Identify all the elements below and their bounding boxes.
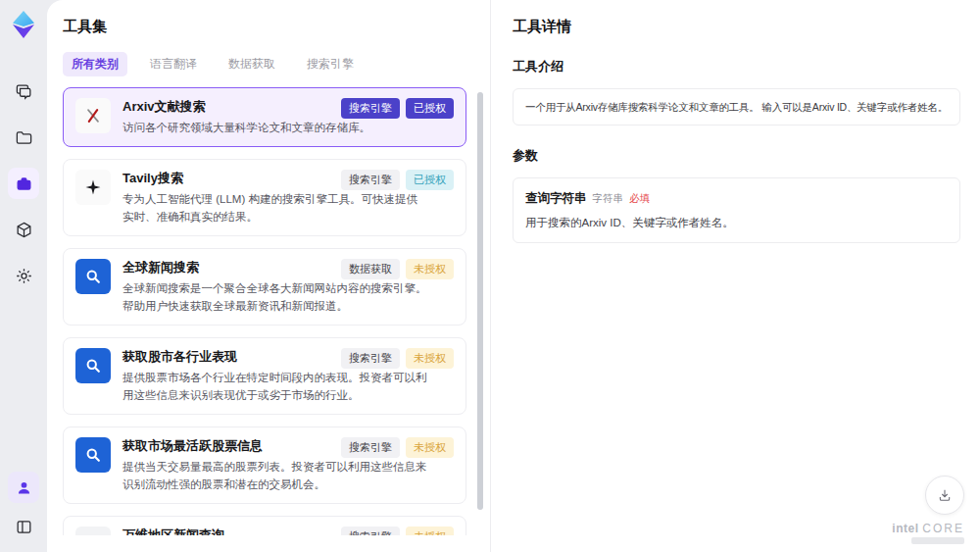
param-card: 查询字符串 字符串 必填 用于搜索的Arxiv ID、关键字或作者姓名。 <box>513 177 960 243</box>
tool-description: 全球新闻搜索是一个聚合全球各大新闻网站内容的搜索引擎。帮助用户快速获取全球最新资… <box>122 279 428 315</box>
tool-description: 提供股票市场各个行业在特定时间段内的表现。投资者可以利用这些信息来识别表现优于或… <box>122 369 428 404</box>
param-description: 用于搜索的Arxiv ID、关键字或作者姓名。 <box>525 216 948 230</box>
details-panel: 工具详情 工具介绍 一个用于从Arxiv存储库搜索科学论文和文章的工具。 输入可… <box>490 0 980 552</box>
tool-title: 获取市场最活跃股票信息 <box>122 437 331 454</box>
intro-card: 一个用于从Arxiv存储库搜索科学论文和文章的工具。 输入可以是Arxiv ID… <box>513 88 960 125</box>
news-icon <box>75 259 111 294</box>
tool-badges: 搜索引擎 未授权 <box>341 437 454 458</box>
toolbox-icon[interactable] <box>8 168 39 199</box>
tool-title: 获取股市各行业表现 <box>122 348 331 365</box>
tool-card[interactable]: 获取股市各行业表现 提供股票市场各个行业在特定时间段内的表现。投资者可以利用这些… <box>63 337 466 415</box>
tool-description: 提供当天交易量最高的股票列表。投资者可以利用这些信息来识别流动性强的股票和潜在的… <box>122 458 428 493</box>
tool-title: 全球新闻搜索 <box>122 259 331 276</box>
tool-card[interactable]: 全球新闻搜索 全球新闻搜索是一个聚合全球各大新闻网站内容的搜索引擎。帮助用户快速… <box>63 248 466 326</box>
category-badge: 数据获取 <box>341 259 400 279</box>
auth-badge: 已授权 <box>406 98 454 119</box>
auth-badge: 已授权 <box>406 170 454 190</box>
auth-badge: 未授权 <box>406 527 454 535</box>
page-title: 工具集 <box>63 18 490 36</box>
param-type: 字符串 <box>593 192 624 206</box>
category-badge: 搜索引擎 <box>341 170 400 190</box>
param-required-badge: 必填 <box>629 192 650 206</box>
params-section: 参数 查询字符串 字符串 必填 用于搜索的Arxiv ID、关键字或作者姓名。 <box>513 147 960 243</box>
main-surface: 工具集 所有类别语言翻译数据获取搜索引擎 Arxiv文献搜索 访问各个研究领域大… <box>47 0 980 552</box>
tab-2[interactable]: 数据获取 <box>220 52 284 76</box>
download-icon <box>937 487 953 503</box>
intel-core-watermark: intel CORE <box>892 522 964 544</box>
tool-badges: 搜索引擎 已授权 <box>341 170 454 190</box>
details-title: 工具详情 <box>513 18 960 36</box>
category-badge: 搜索引擎 <box>341 437 400 458</box>
tool-card[interactable]: Arxiv文献搜索 访问各个研究领域大量科学论文和文章的存储库。 搜索引擎 已授… <box>63 87 466 147</box>
intro-section-title: 工具介绍 <box>513 58 960 75</box>
tab-3[interactable]: 搜索引擎 <box>298 52 363 76</box>
app-logo[interactable] <box>8 9 39 40</box>
scrollbar-thumb[interactable] <box>477 92 483 510</box>
tool-description: 专为人工智能代理 (LLM) 构建的搜索引擎工具。可快速提供实时、准确和真实的结… <box>122 190 428 226</box>
auth-badge: 未授权 <box>406 259 454 279</box>
list-scrollbar[interactable] <box>477 90 483 544</box>
watermark-brand: intel <box>892 522 918 535</box>
tool-card[interactable]: Tavily搜索 专为人工智能代理 (LLM) 构建的搜索引擎工具。可快速提供实… <box>63 159 466 236</box>
watermark-subtext-bar <box>911 537 964 544</box>
tool-title: Arxiv文献搜索 <box>122 98 331 115</box>
watermark-product: CORE <box>922 522 964 535</box>
folder-icon[interactable] <box>8 122 39 153</box>
tool-title: 万维地区新闻查询 <box>122 527 331 535</box>
stock-icon <box>75 437 111 473</box>
category-badge: 搜索引擎 <box>341 348 400 369</box>
category-badge: 搜索引擎 <box>341 527 400 535</box>
tab-1[interactable]: 语言翻译 <box>141 52 206 76</box>
tab-0[interactable]: 所有类别 <box>63 52 127 76</box>
arxiv-icon <box>75 98 111 133</box>
tavily-icon <box>75 170 111 205</box>
package-icon[interactable] <box>8 214 39 245</box>
download-button[interactable] <box>925 476 964 515</box>
param-head: 查询字符串 字符串 必填 <box>525 190 948 207</box>
building-icon <box>75 527 111 535</box>
params-section-title: 参数 <box>513 147 960 165</box>
stock-icon <box>75 348 111 383</box>
chat-icon[interactable] <box>8 75 39 107</box>
intro-section: 工具介绍 一个用于从Arxiv存储库搜索科学论文和文章的工具。 输入可以是Arx… <box>513 58 960 125</box>
tool-badges: 搜索引擎 已授权 <box>341 98 454 119</box>
tool-card[interactable]: 万维地区新闻查询 查询具体行政区划内的新闻，快速了解各地新闻动 搜索引擎 未授权 <box>63 516 466 535</box>
tool-card[interactable]: 获取市场最活跃股票信息 提供当天交易量最高的股票列表。投资者可以利用这些信息来识… <box>63 427 466 504</box>
category-badge: 搜索引擎 <box>341 98 400 119</box>
tool-title: Tavily搜索 <box>122 170 331 186</box>
settings-icon[interactable] <box>8 260 39 291</box>
panel-toggle-icon[interactable] <box>8 511 39 542</box>
user-icon[interactable] <box>8 472 39 503</box>
tool-badges: 搜索引擎 未授权 <box>341 527 454 535</box>
tool-badges: 搜索引擎 未授权 <box>341 348 454 369</box>
tool-badges: 数据获取 未授权 <box>341 259 454 279</box>
param-name: 查询字符串 <box>525 190 587 207</box>
rail-bottom <box>8 472 39 542</box>
tools-panel: 工具集 所有类别语言翻译数据获取搜索引擎 Arxiv文献搜索 访问各个研究领域大… <box>47 0 490 552</box>
rail-nav <box>8 75 39 291</box>
left-rail <box>0 0 47 552</box>
auth-badge: 未授权 <box>406 348 454 369</box>
category-tabs: 所有类别语言翻译数据获取搜索引擎 <box>63 52 490 76</box>
intro-text: 一个用于从Arxiv存储库搜索科学论文和文章的工具。 输入可以是Arxiv ID… <box>525 99 948 115</box>
tool-list: Arxiv文献搜索 访问各个研究领域大量科学论文和文章的存储库。 搜索引擎 已授… <box>63 87 490 535</box>
tool-description: 访问各个研究领域大量科学论文和文章的存储库。 <box>122 119 428 136</box>
auth-badge: 未授权 <box>406 437 454 458</box>
